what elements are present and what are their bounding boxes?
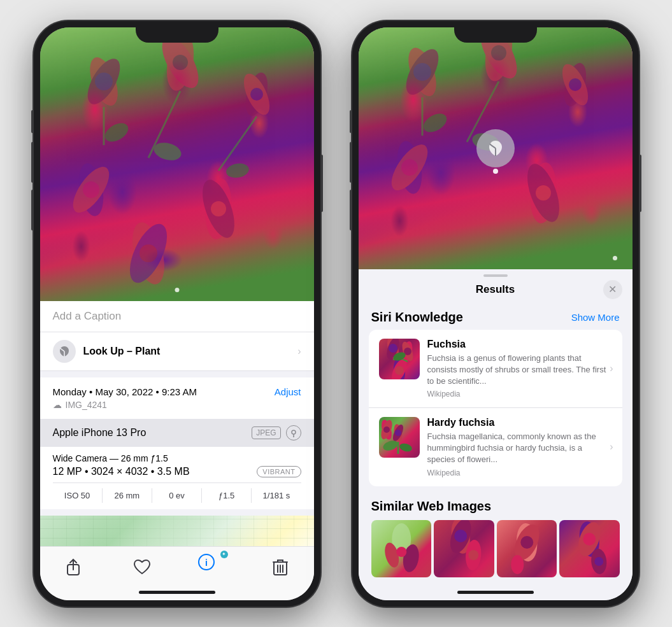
volume-down-button-2[interactable] [350, 190, 352, 230]
visual-lookup-button[interactable] [476, 129, 515, 167]
knowledge-item-hardy[interactable]: Hardy fuchsia Fuchsia magellanica, commo… [369, 408, 622, 486]
home-indicator-1 [139, 591, 215, 594]
svg-point-69 [398, 442, 412, 453]
svg-point-21 [101, 119, 131, 145]
svg-point-85 [511, 555, 524, 574]
hardy-thumb-svg [379, 417, 420, 458]
caption-area[interactable]: Add a Caption [40, 301, 314, 332]
mute-button[interactable] [31, 110, 34, 133]
similar-title: Similar Web Images [371, 499, 620, 514]
similar-image-1[interactable] [371, 520, 432, 577]
volume-up-button[interactable] [31, 142, 34, 183]
device-row: Apple iPhone 13 Pro JPEG [40, 419, 314, 447]
svg-point-2 [95, 73, 113, 90]
hardy-info: Hardy fuchsia Fuchsia magellanica, commo… [427, 417, 612, 477]
date-row: Monday • May 30, 2022 • 9:23 AM Adjust [53, 386, 301, 397]
info-button[interactable]: i ✦ [197, 553, 225, 581]
svg-point-11 [83, 181, 99, 198]
exif-shutter: 1/181 s [252, 488, 301, 503]
heart-icon [133, 559, 151, 575]
similar-image-2[interactable] [434, 520, 494, 577]
knowledge-card: Fuchsia Fuchsia is a genus of flowering … [369, 330, 622, 486]
lookup-row[interactable]: Look Up – Plant › [40, 332, 314, 371]
photo-info-section: Add a Caption Look Up – Plant › [40, 301, 314, 567]
volume-up-button-2[interactable] [350, 142, 352, 183]
mp-text: 12 MP • 3024 × 4032 • 3.5 MB [53, 466, 190, 477]
svg-point-38 [491, 45, 506, 60]
knowledge-item-fuchsia[interactable]: Fuchsia Fuchsia is a genus of flowering … [369, 330, 622, 409]
flower-svg [40, 27, 314, 301]
fuchsia-source: Wikipedia [427, 390, 612, 398]
drag-handle[interactable] [359, 269, 633, 277]
adjust-button[interactable]: Adjust [275, 386, 301, 397]
phone-2-screen: Results ✕ Siri Knowledge Show More [359, 27, 633, 600]
photo2-image [359, 27, 633, 269]
svg-point-66 [395, 430, 401, 436]
mute-button-2[interactable] [350, 110, 352, 133]
power-button[interactable] [320, 155, 323, 212]
svg-point-35 [413, 63, 431, 81]
svg-point-72 [383, 426, 390, 433]
similar-image-4[interactable] [559, 520, 620, 577]
svg-point-17 [139, 244, 157, 262]
similar-image-3[interactable] [497, 520, 557, 577]
location-badge-icon [286, 425, 301, 440]
svg-point-14 [211, 201, 226, 216]
svg-point-44 [401, 159, 418, 176]
svg-point-90 [594, 557, 603, 566]
trash-icon [273, 558, 288, 576]
volume-down-button[interactable] [31, 190, 34, 230]
svg-point-5 [173, 55, 188, 70]
exif-row: ISO 50 26 mm 0 ev ƒ1.5 1/181 s [53, 483, 301, 503]
hardy-source: Wikipedia [427, 468, 612, 477]
svg-text:i: i [205, 558, 208, 568]
results-panel: Results ✕ Siri Knowledge Show More [359, 269, 633, 600]
show-more-button[interactable]: Show More [571, 312, 620, 323]
hardy-name: Hardy fuchsia [427, 417, 612, 428]
exif-focal: 26 mm [103, 488, 152, 503]
svg-point-68 [382, 439, 399, 452]
svg-point-23 [225, 162, 250, 180]
svg-point-81 [468, 550, 478, 560]
info-star-badge: ✦ [220, 551, 228, 558]
svg-point-76 [396, 547, 406, 557]
lookup-text: Look Up – Plant [83, 346, 161, 357]
delete-button[interactable] [266, 553, 294, 581]
svg-line-20 [218, 116, 257, 171]
similar-images-row [371, 520, 620, 577]
lookup-icon [53, 340, 76, 363]
phone-1: Add a Caption Look Up – Plant › [34, 21, 320, 607]
exif-iso: ISO 50 [53, 488, 103, 503]
svg-point-88 [583, 533, 596, 546]
close-button[interactable]: ✕ [603, 280, 622, 299]
power-button-2[interactable] [639, 155, 641, 212]
lookup-chevron: › [297, 346, 301, 357]
svg-point-25 [293, 436, 294, 437]
caption-placeholder[interactable]: Add a Caption [53, 310, 122, 322]
exif-ev: 0 ev [152, 488, 202, 503]
results-title: Results [476, 283, 515, 296]
filename-text: IMG_4241 [66, 400, 107, 410]
device-name: Apple iPhone 13 Pro [53, 427, 147, 439]
sim-img-2-svg [434, 520, 494, 577]
fuchsia-thumbnail [379, 339, 420, 379]
svg-point-79 [454, 530, 467, 542]
photo2-indicator-dot [613, 256, 617, 260]
device-badges: JPEG [252, 425, 301, 440]
close-icon: ✕ [608, 283, 617, 295]
svg-point-41 [569, 78, 582, 91]
photo-indicator-dot [175, 288, 179, 292]
exif-aperture: ƒ1.5 [202, 488, 252, 503]
lookup-dot [493, 169, 498, 174]
results-content: Siri Knowledge Show More [359, 302, 633, 600]
lookup-label: Look Up – [83, 346, 132, 356]
svg-point-22 [152, 139, 183, 163]
sim-img-3-svg [497, 520, 557, 577]
fuchsia-chevron: › [610, 363, 613, 374]
home-indicator-2 [457, 591, 534, 594]
camera-line1: Wide Camera — 26 mm ƒ1.5 [53, 453, 301, 463]
share-button[interactable] [59, 553, 87, 581]
similar-section: Similar Web Images [359, 489, 633, 582]
favorite-button[interactable] [128, 553, 156, 581]
siri-knowledge-title: Siri Knowledge [371, 310, 463, 325]
